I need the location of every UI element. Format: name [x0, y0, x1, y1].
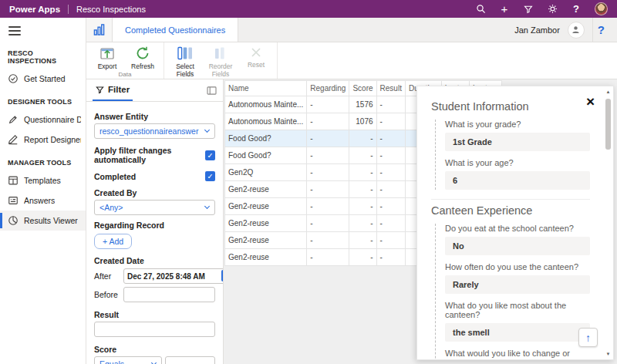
table-cell: -: [307, 113, 349, 130]
question-label: How often do you use the canteen?: [445, 262, 590, 271]
question-label: What do you like most about the canteen?: [445, 301, 590, 319]
hamburger-menu-icon[interactable]: [8, 26, 21, 35]
select-fields-button[interactable]: Select Fields: [167, 42, 203, 78]
sidebar-item-report-designer[interactable]: Report Designer: [0, 130, 86, 150]
sidebar: RESCO INSPECTIONSGet StartedDESIGNER TOO…: [0, 18, 86, 364]
sidebar-item-label: Templates: [24, 176, 61, 185]
answer-value: Rarely: [445, 275, 590, 294]
table-cell: -: [349, 198, 376, 215]
table-cell: -: [349, 147, 376, 164]
created-date-label: Created Date: [94, 256, 215, 265]
column-header-score-2[interactable]: Score: [349, 81, 376, 96]
person-icon[interactable]: [568, 22, 585, 39]
tab-bar: Completed Questionnaires Jan Zambor ?: [86, 18, 617, 42]
toolbar-button-label: Select Fields: [167, 63, 203, 78]
sidebar-item-results-viewer[interactable]: Results Viewer: [0, 211, 86, 231]
detail-section-title: Student Information: [431, 100, 590, 113]
scroll-down-icon[interactable]: ▼: [606, 350, 611, 358]
answer-value: 1st Grade: [445, 133, 590, 151]
table-cell: -: [376, 198, 405, 215]
answer-value: 6: [445, 171, 590, 190]
before-date-input[interactable]: [123, 287, 215, 302]
top-bar: Power Apps Resco Inspections + ?: [0, 0, 617, 18]
created-by-label: Created By: [94, 188, 215, 197]
filter-tab[interactable]: Filter: [93, 79, 133, 101]
sidebar-item-questionnaire-desig[interactable]: Questionnaire Desig...: [0, 110, 86, 130]
answer-value: the smell: [445, 323, 590, 342]
scrollbar-thumb[interactable]: [605, 99, 611, 150]
tab-completed-questionnaires[interactable]: Completed Questionnaires: [113, 18, 238, 42]
after-date-input[interactable]: [123, 268, 223, 284]
user-avatar[interactable]: [595, 2, 608, 15]
settings-icon[interactable]: [547, 4, 558, 15]
toolbar-buttons: Select FieldsReorder FieldsReset: [167, 42, 274, 78]
filter-icon[interactable]: [523, 4, 534, 15]
add-icon[interactable]: +: [499, 4, 510, 15]
scroll-up-icon[interactable]: ▲: [606, 88, 611, 96]
reset-button: Reset: [238, 42, 274, 78]
refresh-button[interactable]: Refresh: [125, 42, 160, 71]
collapse-panel-icon[interactable]: [207, 86, 217, 95]
scroll-to-top-button[interactable]: ↑: [578, 328, 598, 347]
chevron-down-icon: [204, 204, 210, 209]
sidebar-item-label: Results Viewer: [24, 216, 78, 225]
answer-entity-select[interactable]: resco_questionnaireanswer: [94, 123, 215, 139]
answers-icon: [8, 195, 19, 206]
table-cell: 1576: [349, 96, 376, 113]
powerapps-logo[interactable]: Power Apps: [9, 5, 60, 14]
answer-value: No: [445, 237, 590, 255]
close-icon[interactable]: ×: [586, 94, 595, 109]
filter-panel: Filter Answer Entity resco_questionnaire…: [86, 79, 224, 364]
detail-section-title: Canteen Experience: [431, 204, 590, 217]
question-label: What would you like to change or improve…: [445, 349, 590, 359]
result-input[interactable]: [94, 322, 215, 337]
funnel-icon: [96, 86, 104, 94]
detail-scrollbar[interactable]: ▲ ▼: [605, 88, 612, 358]
table-cell: -: [307, 96, 349, 113]
clear-date-icon[interactable]: ×: [221, 270, 223, 281]
apply-filter-label: Apply filter changes automatically: [94, 146, 205, 164]
after-label: After: [94, 271, 119, 281]
table-cell: -: [307, 164, 349, 181]
table-cell: -: [349, 181, 376, 198]
table-cell: -: [376, 181, 405, 198]
table-cell: Gen2-reuse: [225, 249, 307, 266]
sidebar-item-label: Get Started: [24, 74, 66, 83]
table-cell: -: [376, 164, 405, 181]
result-label: Result: [94, 310, 215, 319]
sidebar-item-templates[interactable]: Templates: [0, 170, 86, 190]
add-regarding-button[interactable]: + Add: [94, 234, 132, 249]
bar-chart-icon[interactable]: [86, 18, 113, 42]
toolbar-group-data: ExportRefreshData: [86, 42, 164, 79]
help-button[interactable]: ?: [592, 18, 609, 42]
score-value-input[interactable]: [165, 356, 215, 364]
refresh-icon: [135, 46, 150, 62]
pie-chart-icon: [8, 215, 19, 226]
detail-section-canteen-experience: Canteen ExperienceDo you eat at the scho…: [431, 199, 590, 359]
toolbar-button-label: Refresh: [131, 63, 154, 70]
created-by-select[interactable]: <Any>: [94, 200, 215, 215]
score-operator-select[interactable]: Equals: [94, 356, 162, 364]
help-icon[interactable]: ?: [571, 4, 582, 15]
search-icon[interactable]: [475, 4, 486, 15]
column-header-result-3[interactable]: Result: [376, 81, 405, 96]
column-header-name-0[interactable]: Name: [225, 81, 307, 96]
table-cell: Food Good?: [225, 147, 307, 164]
sidebar-item-label: Questionnaire Desig...: [24, 115, 81, 124]
completed-checkbox[interactable]: ✓: [205, 171, 215, 181]
apply-filter-checkbox[interactable]: ✓: [205, 150, 215, 160]
sidebar-item-get-started[interactable]: Get Started: [0, 69, 86, 89]
column-header-regarding-1[interactable]: Regarding: [307, 81, 349, 96]
topbar-divider: [68, 5, 69, 14]
sidebar-item-answers[interactable]: Answers: [0, 190, 86, 211]
app-title: Resco Inspections: [76, 5, 146, 14]
export-button[interactable]: Export: [89, 42, 125, 71]
chevron-down-icon: [151, 360, 157, 364]
table-cell: -: [307, 147, 349, 164]
reorder-fields-button: Reorder Fields: [203, 42, 238, 78]
sidebar-section-title: RESCO INSPECTIONS: [0, 40, 86, 69]
question-label: What is your grade?: [445, 120, 590, 129]
scrollbar-track[interactable]: [605, 96, 612, 350]
table-cell: Gen2-reuse: [225, 215, 307, 232]
table-cell: Food Good?: [225, 130, 307, 147]
